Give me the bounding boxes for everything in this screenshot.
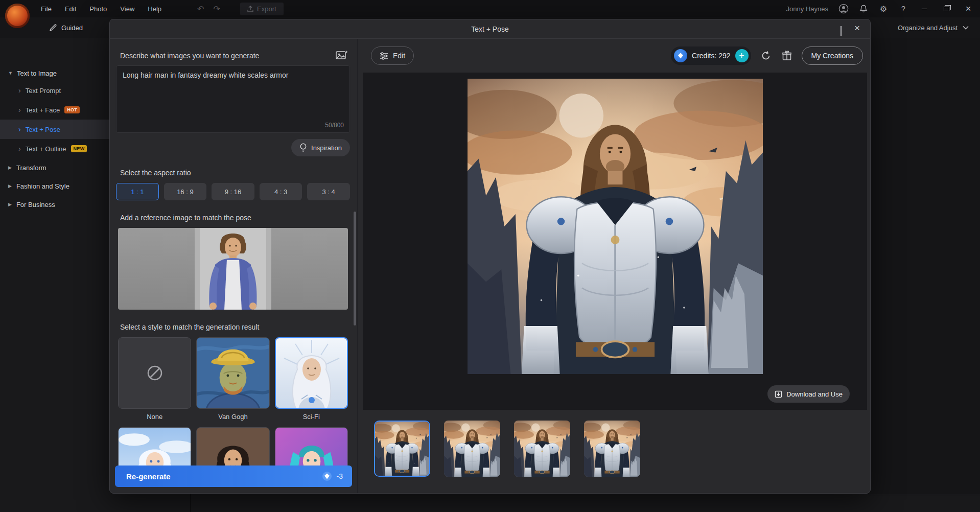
collapsed-icon: ▶ (8, 165, 12, 170)
edit-button[interactable]: Edit (371, 46, 414, 65)
organize-and-adjust-dropdown[interactable]: Organize and Adjust (898, 17, 969, 38)
generation-settings-panel: Describe what images you want to generat… (110, 39, 357, 493)
sidebar-item-label: Text + Face (26, 106, 60, 114)
menu-photo[interactable]: Photo (89, 5, 107, 13)
undo-icon[interactable]: ↶ (197, 4, 204, 14)
regenerate-button[interactable]: Re-generate -3 (115, 466, 352, 487)
dialog-title: Text + Pose (471, 25, 509, 33)
menu-file[interactable]: File (41, 5, 52, 13)
prompt-input-wrapper: Long hair man in fantasy dreamy white sc… (116, 65, 350, 133)
minimize-button[interactable]: ─ (918, 2, 931, 15)
thumbnail-4[interactable] (584, 421, 640, 477)
regenerate-cost: -3 (337, 472, 343, 480)
generated-image[interactable] (467, 79, 763, 374)
notifications-bell-icon[interactable] (858, 3, 869, 14)
char-count: 50/800 (325, 122, 344, 129)
panel-scrollbar[interactable] (354, 212, 356, 325)
export-label: Export (257, 5, 276, 13)
aspect-1-1-button[interactable]: 1 : 1 (116, 183, 159, 200)
menu-edit[interactable]: Edit (65, 5, 76, 13)
thumbnail-1[interactable] (374, 421, 430, 477)
aspect-9-16-button[interactable]: 9 : 16 (212, 183, 254, 200)
regenerate-label: Re-generate (126, 472, 171, 481)
download-label: Download and Use (786, 390, 843, 398)
chevron-right-icon: › (18, 125, 21, 133)
thumbnail-3[interactable] (514, 421, 570, 477)
my-creations-label: My Creations (811, 52, 853, 60)
aspect-3-4-button[interactable]: 3 : 4 (307, 183, 350, 200)
inspiration-label: Inspiration (311, 144, 342, 152)
prompt-input[interactable]: Long hair man in fantasy dreamy white sc… (116, 65, 350, 133)
sidebar-section-label: Transform (16, 164, 46, 172)
dialog-titlebar[interactable]: Text + Pose (110, 19, 870, 39)
sidebar-item-label: Text Prompt (26, 87, 61, 95)
style-name: None (118, 413, 191, 421)
sidebar-item-label: Text + Pose (26, 126, 60, 133)
download-icon (775, 390, 782, 398)
chevron-right-icon: › (18, 145, 21, 153)
pose-reference-photo (195, 228, 271, 310)
expand-icon: ▼ (8, 71, 13, 76)
aspect-4-3-button[interactable]: 4 : 3 (260, 183, 302, 200)
style-card-sci-fi[interactable]: Sci-Fi (275, 337, 348, 421)
restore-button[interactable] (940, 2, 953, 15)
credits-count: Credits: 292 (692, 52, 730, 60)
style-card-van-gogh[interactable]: Van Gogh (196, 337, 269, 421)
help-icon[interactable]: ? (898, 3, 909, 14)
credits-pill[interactable]: Credits: 292 + (671, 46, 751, 65)
download-and-use-button[interactable]: Download and Use (767, 385, 850, 403)
my-creations-button[interactable]: My Creations (802, 46, 863, 65)
menu-help[interactable]: Help (148, 5, 161, 13)
style-name: Van Gogh (196, 413, 269, 421)
edit-sliders-icon (380, 52, 388, 60)
close-button[interactable]: × (962, 2, 975, 15)
export-button[interactable]: Export (240, 3, 284, 15)
restore-icon (944, 7, 949, 11)
settings-gear-icon[interactable]: ⚙ (878, 3, 889, 14)
user-name[interactable]: Jonny Haynes (786, 5, 828, 13)
collapsed-icon: ▶ (8, 183, 12, 189)
none-icon (145, 363, 165, 383)
edit-label: Edit (393, 52, 405, 60)
workspace-footer (191, 495, 980, 512)
add-image-icon[interactable] (336, 50, 348, 61)
export-icon (247, 6, 253, 12)
chevron-down-icon (963, 26, 969, 30)
redo-icon[interactable]: ↷ (213, 4, 220, 14)
add-credits-button[interactable]: + (735, 49, 749, 62)
credit-diamond-icon (674, 49, 687, 62)
style-card-none[interactable]: None (118, 337, 191, 421)
sidebar-root-label: Text to Image (17, 69, 57, 77)
app-titlebar: File Edit Photo View Help ↶ ↷ Export Jon… (0, 0, 980, 17)
style-card-row: None Van Gogh Sci-Fi (118, 337, 348, 421)
style-select-label: Select a style to match the generation r… (120, 323, 259, 331)
dialog-maximize-button[interactable] (841, 27, 842, 36)
aspect-ratio-label: Select the aspect ratio (120, 169, 191, 177)
van-gogh-thumbnail (197, 338, 269, 408)
menu-bar: File Edit Photo View Help (41, 0, 161, 17)
guided-mode-button[interactable]: Guided (49, 17, 83, 38)
sidebar-section-label: Fashion and Style (16, 182, 69, 190)
image-viewer: Download and Use (363, 73, 867, 410)
pose-reference-label: Add a reference image to match the pose (120, 214, 251, 222)
thumbnail-2[interactable] (444, 421, 500, 477)
guided-pen-icon (49, 24, 57, 32)
aspect-16-9-button[interactable]: 16 : 9 (164, 183, 207, 200)
dialog-close-button[interactable]: × (854, 22, 860, 34)
sci-fi-thumbnail (276, 338, 347, 408)
chevron-right-icon: › (18, 86, 21, 95)
sidebar-section-label: For Business (16, 201, 55, 208)
hot-badge: HOT (64, 106, 80, 113)
text-pose-dialog: Text + Pose × Describe what images you w… (109, 19, 871, 494)
inspiration-bulb-icon (299, 143, 307, 152)
guided-label: Guided (61, 24, 83, 32)
gift-icon[interactable] (781, 50, 793, 62)
sidebar-item-label: Text + Outline (26, 145, 66, 153)
new-badge: NEW (71, 145, 87, 152)
refresh-icon[interactable] (760, 50, 772, 62)
inspiration-button[interactable]: Inspiration (291, 139, 350, 156)
user-avatar-icon[interactable] (838, 3, 849, 14)
menu-view[interactable]: View (120, 5, 134, 13)
pose-reference-image[interactable] (118, 228, 348, 310)
chevron-right-icon: › (18, 106, 21, 114)
